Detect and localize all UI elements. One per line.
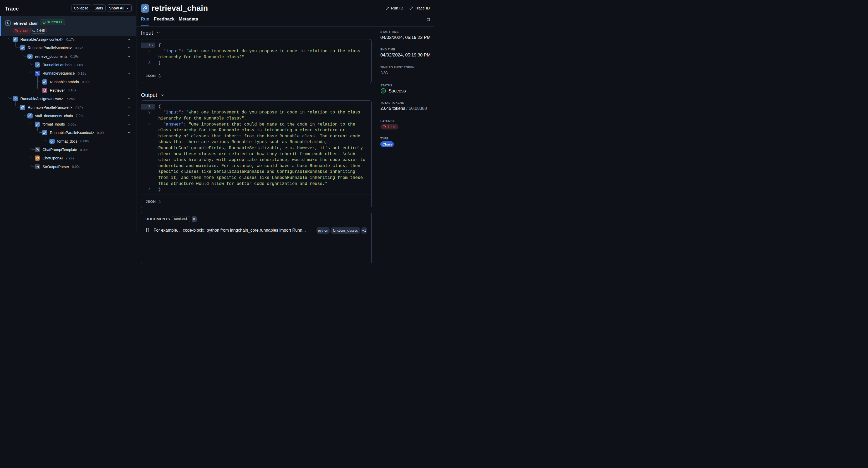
svg-text:{x}: {x}: [35, 165, 39, 168]
